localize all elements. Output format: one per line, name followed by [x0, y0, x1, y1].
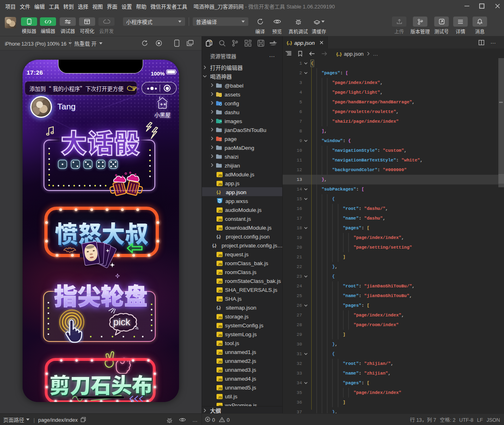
svg-text:pick: pick	[113, 316, 131, 327]
